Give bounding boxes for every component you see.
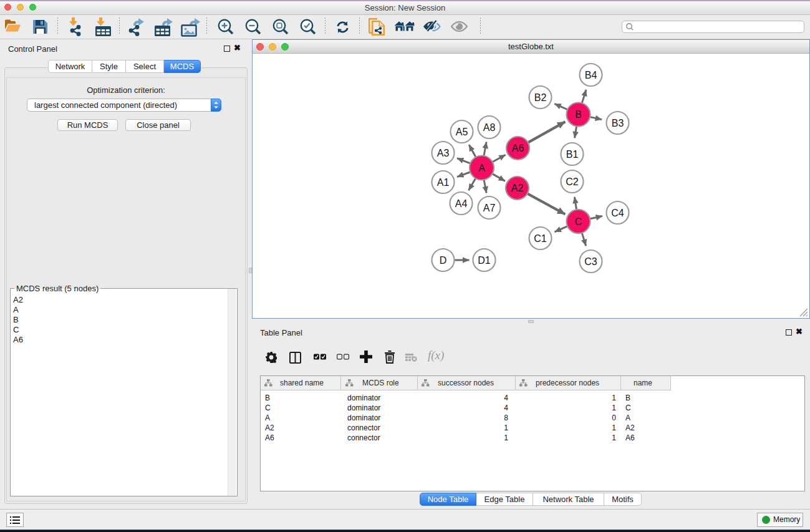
svg-text:A4: A4 (455, 198, 468, 209)
svg-text:A1: A1 (437, 177, 450, 188)
svg-text:B4: B4 (585, 70, 597, 80)
svg-text:1: 1 (612, 423, 616, 432)
svg-text:1: 1 (612, 404, 616, 412)
svg-text:4: 4 (504, 404, 508, 412)
svg-text:A: A (478, 163, 485, 173)
svg-text:A7: A7 (483, 203, 496, 213)
svg-text:A: A (265, 414, 270, 422)
svg-text:D: D (440, 255, 447, 266)
svg-text:connector: connector (347, 433, 380, 442)
svg-text:B: B (625, 394, 630, 402)
svg-text:A6: A6 (512, 143, 524, 153)
svg-text:C: C (575, 216, 582, 227)
svg-text:dominator: dominator (347, 404, 380, 412)
svg-text:dominator: dominator (347, 394, 380, 402)
svg-text:1: 1 (504, 433, 508, 442)
svg-text:B: B (575, 109, 582, 120)
svg-text:D1: D1 (478, 255, 491, 266)
svg-text:A8: A8 (483, 122, 496, 133)
svg-text:A: A (625, 414, 630, 422)
svg-text:A2: A2 (265, 423, 274, 432)
svg-text:A2: A2 (625, 423, 635, 432)
svg-text:C2: C2 (566, 177, 579, 187)
svg-text:shared name: shared name (280, 379, 324, 387)
svg-text:1: 1 (504, 423, 508, 432)
svg-text:predecessor nodes: predecessor nodes (536, 379, 599, 387)
svg-text:name: name (634, 379, 652, 387)
svg-text:B: B (265, 394, 270, 402)
svg-text:A6: A6 (265, 433, 274, 442)
svg-text:connector: connector (347, 423, 380, 432)
svg-text:A6: A6 (625, 433, 635, 442)
svg-text:dominator: dominator (347, 414, 380, 422)
svg-text:4: 4 (504, 394, 508, 402)
svg-text:C: C (265, 404, 271, 412)
svg-text:C: C (625, 404, 631, 412)
svg-text:MCDS role: MCDS role (362, 379, 399, 387)
svg-text:8: 8 (504, 414, 508, 422)
svg-text:C1: C1 (534, 233, 547, 244)
svg-text:A3: A3 (437, 148, 450, 158)
svg-text:1: 1 (612, 394, 616, 402)
svg-text:C4: C4 (611, 208, 624, 218)
svg-text:B3: B3 (612, 118, 624, 128)
svg-text:0: 0 (612, 414, 616, 422)
svg-text:successor nodes: successor nodes (438, 379, 494, 387)
svg-text:A5: A5 (456, 127, 468, 137)
svg-text:1: 1 (612, 433, 616, 442)
svg-text:C3: C3 (584, 256, 597, 267)
svg-text:B1: B1 (566, 149, 579, 160)
svg-text:A2: A2 (511, 183, 524, 193)
svg-text:B2: B2 (534, 92, 547, 103)
